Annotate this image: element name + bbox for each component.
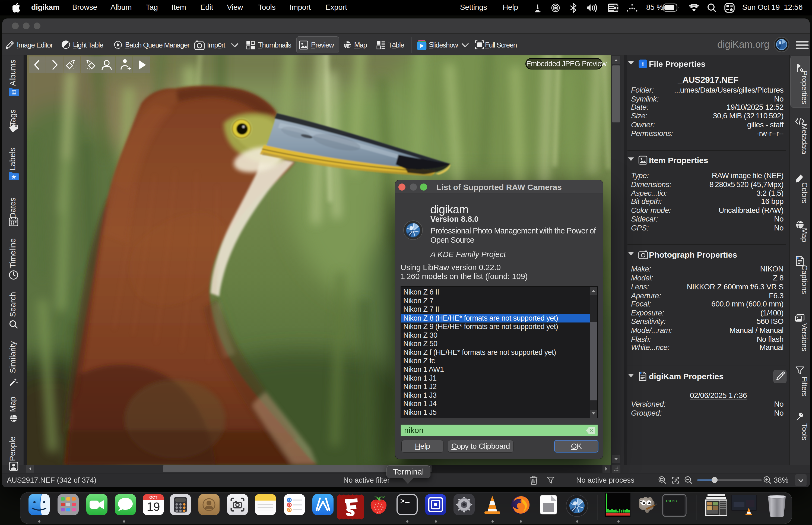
svg-text:19: 19 (147, 500, 160, 513)
svg-text:i: i (642, 61, 644, 68)
svg-text:exec: exec (666, 498, 677, 504)
svg-text:>: > (400, 497, 405, 506)
svg-text:OCT: OCT (149, 495, 157, 499)
